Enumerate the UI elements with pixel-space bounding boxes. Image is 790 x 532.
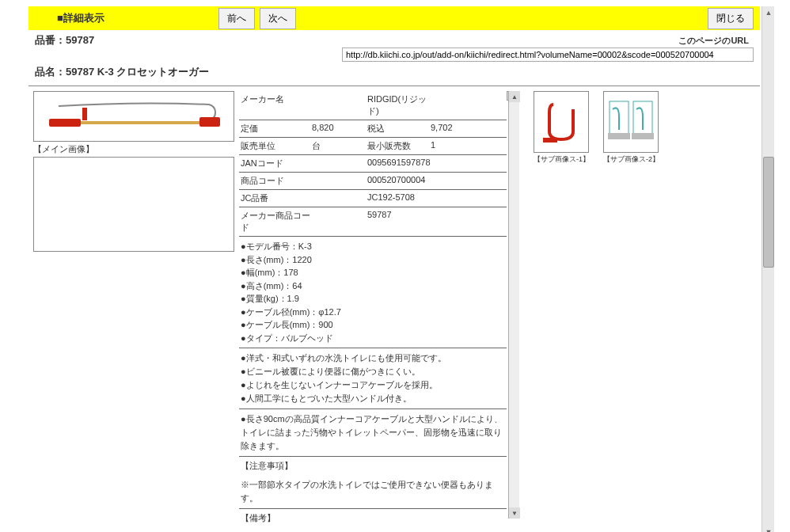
svg-rect-6: [608, 133, 630, 139]
panel-scrollbar[interactable]: ▲ ▼: [508, 91, 519, 519]
spec-value-1: [312, 93, 367, 117]
feature-block: ●洋式・和式いずれの水洗トイレにも使用可能です。●ビニール被覆により便器に傷がつ…: [239, 348, 507, 409]
spec-value-1: [312, 175, 367, 187]
spec-value-1: [312, 158, 367, 169]
spec-value-2: [431, 175, 505, 187]
spec-value-2: [431, 93, 505, 117]
caution-text: ※一部節水タイプの水洗トイレではご使用できない便器もあります。: [239, 475, 507, 509]
spec-row: 販売単位台最小販売数1: [239, 138, 507, 155]
spec-label: メーカー商品コード: [241, 210, 312, 234]
svg-rect-3: [82, 108, 87, 120]
spec-row: JC品番JC192-5708: [239, 190, 507, 207]
spec-row: JANコード0095691597878: [239, 155, 507, 173]
spec-value-1: [312, 210, 367, 234]
secondary-image-box: [33, 157, 234, 252]
product-name: 59787 K-3 クロセットオーガー: [66, 66, 209, 78]
header-bar: ■詳細表示 前へ 次へ 閉じる: [28, 6, 760, 30]
close-button[interactable]: 閉じる: [708, 8, 754, 29]
panel-scroll-up-arrow-icon[interactable]: ▲: [509, 91, 520, 102]
url-label: このページのURL: [678, 35, 749, 47]
spec-label: メーカー名: [241, 93, 312, 117]
spec-row: 定価8,820税込9,702: [239, 120, 507, 138]
product-name-label: 品名：: [35, 66, 66, 78]
spec-label: 販売単位: [241, 140, 312, 152]
svg-rect-1: [81, 121, 199, 124]
spec-value-2: 1: [431, 140, 505, 152]
spec-label: 商品コード: [241, 175, 312, 187]
spec-label-2: RIDGID(リジッド): [367, 93, 431, 117]
next-button[interactable]: 次へ: [260, 8, 296, 29]
auger-product-icon: [43, 100, 225, 133]
spec-label: JC品番: [241, 192, 312, 204]
svg-rect-2: [199, 117, 220, 127]
spec-panel: ▲ メーカー名RIDGID(リジッド)定価8,820税込9,702販売単位台最小…: [239, 91, 507, 532]
diagram-icon: [608, 98, 654, 146]
sub-image-2[interactable]: [603, 91, 659, 153]
spec-row: メーカー名RIDGID(リジッド): [239, 91, 507, 120]
product-code: 59787: [66, 34, 94, 46]
scroll-down-icon[interactable]: ▼: [762, 526, 775, 532]
spec-details: ●モデル番号：K-3●長さ(mm)：1220●幅(mm)：178●高さ(mm)：…: [239, 237, 507, 348]
svg-rect-8: [632, 133, 654, 139]
product-code-label: 品番：: [35, 34, 66, 46]
svg-rect-0: [49, 119, 81, 127]
scrollbar-thumb[interactable]: [763, 157, 774, 268]
svg-rect-4: [543, 138, 557, 142]
spec-value-1: 8,820: [312, 123, 367, 135]
spec-value-1: [312, 192, 367, 204]
page-scrollbar[interactable]: ▲ ▼: [762, 6, 774, 532]
spec-label-2: JC192-5708: [367, 192, 431, 204]
page-title: ■詳細表示: [57, 11, 104, 25]
spec-label-2: 000520700004: [367, 175, 431, 187]
spec-label: 定価: [241, 123, 312, 135]
spec-value-2: [431, 210, 505, 234]
sub-image-1[interactable]: [534, 91, 589, 153]
sub-image-1-caption: 【サブ画像ス-1】: [534, 154, 589, 165]
prev-button[interactable]: 前へ: [218, 8, 255, 29]
panel-scroll-down-arrow-icon[interactable]: ▼: [509, 507, 520, 519]
spec-label-2: 最小販売数: [367, 140, 431, 152]
main-image: [33, 91, 234, 142]
spec-value-2: [431, 158, 505, 169]
spec-label-2: 59787: [367, 210, 431, 234]
url-input[interactable]: [342, 48, 754, 62]
hook-icon: [541, 98, 581, 146]
spec-value-2: [431, 192, 505, 204]
spec-row: メーカー商品コード59787: [239, 207, 507, 237]
caution-label: 【注意事項】: [239, 457, 507, 475]
main-image-caption: 【メイン画像】: [33, 143, 234, 155]
spec-label-2: 税込: [367, 123, 431, 135]
sub-image-2-caption: 【サブ画像ス-2】: [603, 154, 659, 165]
remarks-text: ●使い方：1.ハンドルをいっぱいに引き上げる。●2.ハンドルを回しながら押し下げ…: [239, 527, 507, 532]
remarks-label: 【備考】: [239, 509, 507, 527]
spec-label-2: 0095691597878: [367, 158, 431, 169]
spec-value-2: 9,702: [431, 123, 505, 135]
description-block: ●長さ90cmの高品質インナーコアケーブルと大型ハンドルにより、トイレに詰まった…: [239, 409, 507, 457]
spec-row: 商品コード000520700004: [239, 173, 507, 190]
spec-label: JANコード: [241, 158, 312, 169]
scroll-up-icon[interactable]: ▲: [762, 6, 775, 19]
thumbnail-column: 【サブ画像ス-1】 【サブ画像ス-2】: [534, 91, 659, 165]
spec-value-1: 台: [312, 140, 367, 152]
